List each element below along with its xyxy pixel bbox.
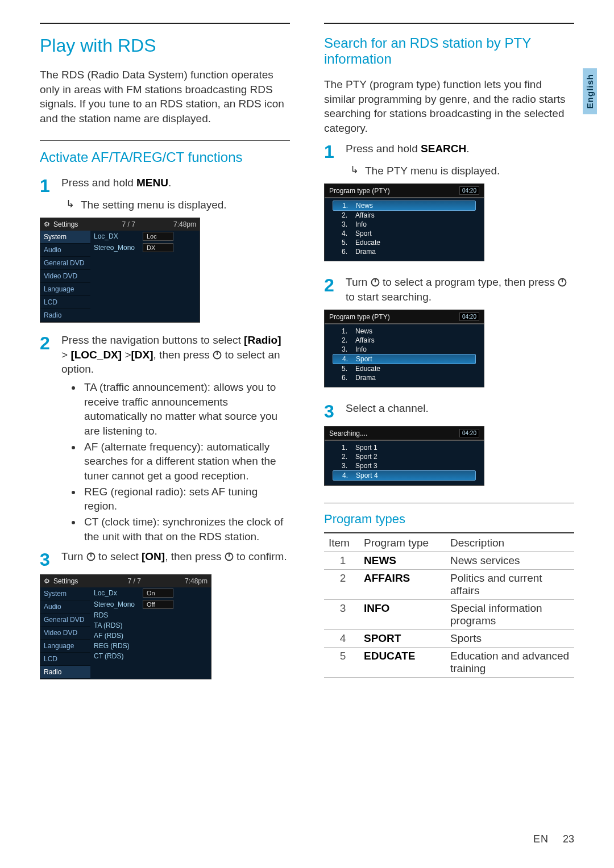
heading-search-pty: Search for an RDS station by PTY informa…: [324, 35, 574, 67]
col-description: Description: [446, 533, 574, 552]
rotary-knob-icon: [213, 350, 222, 360]
bullet-reg: REG (regional radio): sets AF tuning reg…: [82, 485, 290, 514]
table-row: 3INFOSpecial information programs: [324, 600, 574, 630]
table-row: 2AFFAIRSPolitics and current affairs: [324, 570, 574, 600]
mock-sidebar: System Audio General DVD Video DVD Langu…: [40, 231, 90, 322]
screenshot-pty-sport: Program type (PTY) 04:20 1.News 2.Affair…: [324, 310, 484, 387]
footer-page: 23: [563, 833, 574, 845]
pty-intro: The PTY (program type) function lets you…: [324, 77, 574, 136]
col-item: Item: [324, 533, 359, 552]
menu-key: MENU: [136, 177, 168, 189]
step-1: 1 Press and hold MENU.: [40, 176, 290, 195]
heading-activate-functions: Activate AF/TA/REG/CT functions: [40, 149, 290, 165]
step-number: 3: [40, 549, 61, 569]
step-3: 3 Turn to select [ON], then press to con…: [40, 549, 290, 569]
subsection-divider: [324, 503, 574, 503]
rotary-knob-icon: [225, 552, 234, 561]
footer-lang: EN: [533, 833, 549, 845]
intro-text: The RDS (Radio Data System) function ope…: [40, 68, 290, 126]
side-language-tab: English: [583, 68, 597, 114]
rotary-knob-icon: [86, 552, 96, 561]
step-number: 3: [324, 401, 346, 420]
screenshot-pty-news: Program type (PTY) 04:20 1.News 2.Affair…: [324, 183, 484, 261]
step-number: 1: [40, 176, 61, 195]
step-number: 2: [324, 275, 346, 294]
screenshot-settings-rds: ⚙ Settings 7 / 7 7:48pm System Audio Gen…: [40, 574, 211, 679]
step-3: 3 Select a channel.: [324, 401, 574, 420]
right-column: Search for an RDS station by PTY informa…: [324, 23, 574, 685]
section-divider: [40, 23, 290, 24]
bullet-ct: CT (clock time): synchronizes the clock …: [82, 515, 290, 544]
result-text: The setting menu is displayed.: [81, 198, 227, 212]
table-row: 1NEWSNews services: [324, 552, 574, 570]
step-text: Press and hold: [61, 177, 136, 189]
step-2: 2 Press the navigation buttons to select…: [40, 333, 290, 377]
result-text: The PTY menu is displayed.: [365, 164, 500, 178]
rotary-knob-icon: [558, 278, 567, 287]
heading-play-with-rds: Play with RDS: [40, 35, 290, 56]
table-row: 5EDUCATEEducation and advanced training: [324, 648, 574, 678]
program-types-table: Item Program type Description 1NEWSNews …: [324, 532, 574, 678]
result-arrow-icon: ↳: [66, 198, 81, 210]
screenshot-searching: Searching.... 04:20 1.Sport 1 2.Sport 2 …: [324, 426, 484, 486]
step-1: 1 Press and hold SEARCH.: [324, 141, 574, 161]
subsection-divider: [40, 140, 290, 141]
gear-icon: ⚙: [44, 577, 50, 585]
col-program-type: Program type: [359, 533, 446, 552]
rotary-knob-icon: [371, 278, 380, 287]
gear-icon: ⚙: [44, 220, 50, 228]
step-number: 2: [40, 333, 61, 352]
page-footer: EN 23: [533, 833, 574, 845]
result-arrow-icon: ↳: [350, 164, 365, 176]
step-number: 1: [324, 141, 346, 161]
heading-program-types: Program types: [324, 512, 574, 527]
screenshot-settings-locdx: ⚙ Settings 7 / 7 7:48pm System Audio Gen…: [40, 218, 200, 323]
bullet-ta: TA (traffic announcement): allows you to…: [82, 380, 290, 439]
bullet-af: AF (alternate frequency): automatically …: [82, 440, 290, 483]
section-divider: [324, 23, 574, 24]
step-2: 2 Turn to select a program type, then pr…: [324, 275, 574, 304]
table-row: 4SPORTSports: [324, 630, 574, 648]
left-column: Play with RDS The RDS (Radio Data System…: [40, 23, 290, 685]
